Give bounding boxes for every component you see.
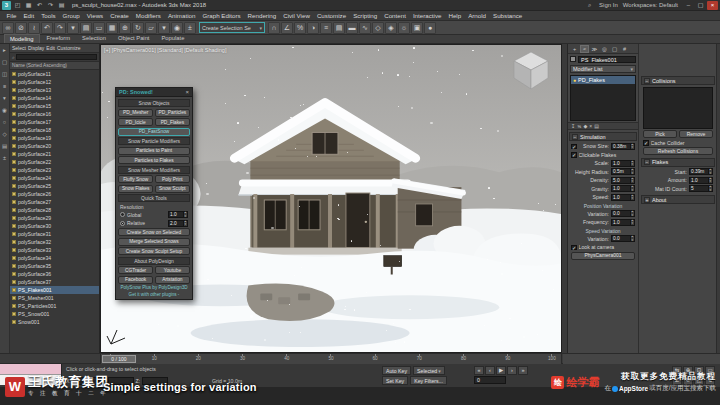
- explorer-item[interactable]: PS_Snow001: [10, 310, 99, 318]
- remove-modifier-icon[interactable]: ×: [589, 123, 592, 129]
- cache-collider-checkbox[interactable]: [643, 140, 649, 146]
- menu-rendering[interactable]: Rendering: [244, 12, 280, 19]
- toggle-ribbon-icon[interactable]: ▬: [346, 22, 358, 34]
- menu-substance[interactable]: Substance: [490, 12, 526, 19]
- particles-to-flakes-button[interactable]: Particles to Flakes: [118, 156, 190, 164]
- listener-macro-line[interactable]: [0, 364, 61, 375]
- snow-flakes-button[interactable]: Snow Flakes: [118, 185, 153, 193]
- layer-tool-icon[interactable]: ▤: [1, 142, 9, 150]
- explorer-menu-display[interactable]: Display: [28, 45, 44, 51]
- explorer-item[interactable]: polySurface12: [10, 78, 99, 86]
- explorer-menu-customize[interactable]: Customize: [57, 45, 81, 51]
- explorer-menu-select[interactable]: Select: [12, 45, 26, 51]
- spinner-arrows-icon[interactable]: ▴▾: [630, 169, 635, 174]
- toggle-layer-explorer-icon[interactable]: ▤: [333, 22, 345, 34]
- explorer-item[interactable]: polySurface36: [10, 270, 99, 278]
- make-unique-icon[interactable]: ◆: [583, 123, 587, 129]
- select-and-move-icon[interactable]: ⊕: [119, 22, 131, 34]
- menu-modifiers[interactable]: Modifiers: [132, 12, 164, 19]
- remove-button[interactable]: Remove: [679, 130, 713, 138]
- dialog-titlebar[interactable]: PD: Snowed! ×: [116, 88, 192, 97]
- menu-scripting[interactable]: Scripting: [350, 12, 381, 19]
- explorer-item[interactable]: polySurface20: [10, 142, 99, 150]
- mat-id-count-spinner[interactable]: 5▴▾: [689, 185, 713, 192]
- global-spinner[interactable]: 1.0▴▾: [168, 211, 188, 218]
- redo-icon[interactable]: ↷: [46, 1, 55, 10]
- display-tool-icon[interactable]: ◫: [1, 70, 9, 78]
- explorer-item[interactable]: polySurface19: [10, 134, 99, 142]
- pd-icicle-button[interactable]: PD_Icicle: [118, 118, 153, 126]
- set-key-button[interactable]: Set Key: [382, 376, 408, 385]
- refresh-collisions-button[interactable]: Refresh Collisions: [643, 147, 713, 155]
- explorer-item[interactable]: polySurface17: [10, 118, 99, 126]
- menu-create[interactable]: Create: [107, 12, 133, 19]
- explorer-item[interactable]: Snow001: [10, 318, 99, 326]
- ribbon-tab-object-paint[interactable]: Object Paint: [113, 34, 155, 43]
- menu-group[interactable]: Group: [59, 12, 83, 19]
- bind-to-space-warp-icon[interactable]: ≀: [28, 22, 40, 34]
- camera-viewport[interactable]: [+] [PhysCamera001] [Standard] [Default …: [100, 44, 562, 353]
- menu-content[interactable]: Content: [381, 12, 410, 19]
- window-crossing-toggle-icon[interactable]: ▦: [106, 22, 118, 34]
- modify-tab[interactable]: ≈: [580, 45, 589, 53]
- pick-tool-icon[interactable]: ▸: [1, 46, 9, 54]
- mirror-icon[interactable]: ◑: [307, 22, 319, 34]
- explorer-item[interactable]: polySurface34: [10, 254, 99, 262]
- select-and-rotate-icon[interactable]: ↻: [132, 22, 144, 34]
- snow-size-checkbox[interactable]: [571, 144, 577, 150]
- pd-flakes-button[interactable]: PD_Flakes: [155, 118, 190, 126]
- snow-size-spinner[interactable]: 0.38m▴▾: [611, 143, 635, 150]
- menu-views[interactable]: Views: [83, 12, 106, 19]
- explorer-item[interactable]: polySurface30: [10, 222, 99, 230]
- variation-spinner[interactable]: 0.0▴▾: [611, 235, 635, 242]
- pd-particles-button[interactable]: PD_Particles: [155, 109, 190, 117]
- next-frame-icon[interactable]: ›: [507, 366, 517, 375]
- rollout-collisions[interactable]: −Collisions: [641, 76, 715, 85]
- physcamera001-button[interactable]: PhysCamera001: [571, 252, 635, 260]
- pd-fastsnow-button[interactable]: PD_FastSnow: [118, 128, 190, 136]
- menu-animation[interactable]: Animation: [164, 12, 199, 19]
- visibility-bulb-icon[interactable]: ●: [573, 77, 576, 83]
- select-by-name-icon[interactable]: ▤: [80, 22, 92, 34]
- look-at-camera-checkbox[interactable]: [571, 245, 577, 251]
- utilities-tab[interactable]: #: [620, 45, 629, 53]
- max-logo-icon[interactable]: 3: [2, 1, 11, 10]
- project-folder-icon[interactable]: ▤: [57, 1, 66, 10]
- rectangular-selection-region-icon[interactable]: ▭: [93, 22, 105, 34]
- explorer-search-input[interactable]: [16, 54, 97, 60]
- ribbon-tab-modeling[interactable]: Modeling: [4, 34, 40, 43]
- viewport-label[interactable]: [+] [PhysCamera001] [Standard] [Default …: [104, 47, 226, 53]
- edit-tool-icon[interactable]: ≡: [1, 82, 9, 90]
- start-spinner[interactable]: 0.39m▴▾: [689, 168, 713, 175]
- pin-stack-icon[interactable]: ↧: [571, 123, 575, 129]
- menu-civil-view[interactable]: Civil View: [280, 12, 314, 19]
- maximize-button[interactable]: ▢: [695, 1, 706, 10]
- select-tool-icon[interactable]: ▢: [1, 58, 9, 66]
- explorer-item[interactable]: polySurface27: [10, 198, 99, 206]
- modifier-list-dropdown[interactable]: Modifier List ▾: [570, 65, 636, 73]
- menu-tools[interactable]: Tools: [38, 12, 59, 19]
- spinner-arrows-icon[interactable]: ▴▾: [630, 178, 635, 183]
- explorer-item[interactable]: polySurface11: [10, 70, 99, 78]
- menu-interactive[interactable]: Interactive: [409, 12, 445, 19]
- menu-arnold[interactable]: Arnold: [465, 12, 490, 19]
- named-selection-set-dropdown[interactable]: Create Selection Se ▾: [199, 22, 265, 33]
- undo-icon[interactable]: ↶: [35, 1, 44, 10]
- redo-icon[interactable]: ↷: [54, 22, 66, 34]
- relative-spinner[interactable]: 2.0▴▾: [168, 220, 188, 227]
- spinner-arrows-icon[interactable]: ▴▾: [630, 195, 635, 200]
- timeline-ruler[interactable]: 0102030405060708090100: [100, 354, 562, 364]
- menu-customize[interactable]: Customize: [313, 12, 349, 19]
- cgtrader-button[interactable]: CGTrader: [118, 266, 153, 274]
- spinner-arrows-icon[interactable]: ▴▾: [183, 221, 188, 226]
- filter-tool-icon[interactable]: ▾: [1, 94, 9, 102]
- explorer-item[interactable]: polySurface14: [10, 94, 99, 102]
- rollout-about[interactable]: +About: [641, 195, 715, 204]
- explorer-sort-header[interactable]: Name (Sorted Ascending): [10, 62, 99, 70]
- key-filters-button[interactable]: Key Filters...: [410, 376, 447, 385]
- pick-button[interactable]: Pick: [643, 130, 677, 138]
- scale-spinner[interactable]: 1.0▴▾: [611, 160, 635, 167]
- sign-in-button[interactable]: Sign In: [599, 2, 618, 8]
- explorer-menu-edit[interactable]: Edit: [46, 45, 55, 51]
- object-name-field[interactable]: PS_Flakes001: [578, 56, 636, 63]
